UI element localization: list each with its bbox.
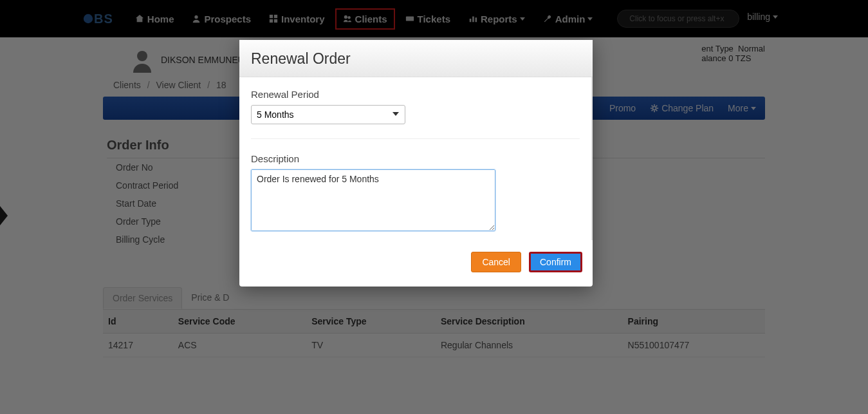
renewal-period-select[interactable]: 5 Months bbox=[251, 105, 405, 124]
description-label: Description bbox=[251, 153, 580, 164]
description-textarea[interactable]: Order Is renewed for 5 Months bbox=[251, 169, 495, 231]
modal-header: Renewal Order bbox=[239, 40, 593, 77]
renewal-order-modal: Renewal Order Renewal Period 5 Months De… bbox=[239, 40, 593, 287]
modal-title: Renewal Order bbox=[251, 50, 581, 68]
cancel-button[interactable]: Cancel bbox=[471, 252, 521, 272]
renewal-period-label: Renewal Period bbox=[251, 89, 580, 100]
confirm-button[interactable]: Confirm bbox=[529, 252, 582, 272]
